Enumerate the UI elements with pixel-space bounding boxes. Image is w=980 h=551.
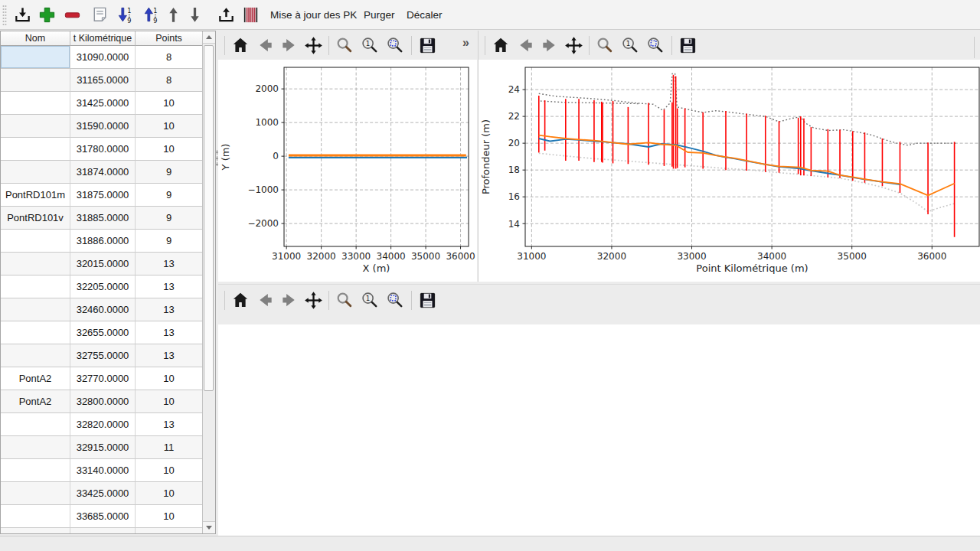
table-cell-points[interactable]: 10 (136, 138, 203, 161)
table-cell-nom[interactable]: PontA2 (1, 390, 70, 413)
table-cell-nom[interactable] (1, 482, 70, 505)
toolbar-drag-handle[interactable] (2, 5, 7, 25)
table-cell-pk[interactable]: 31886.0000 (70, 230, 136, 253)
table-cell-points[interactable]: 10 (136, 92, 203, 115)
table-cell-pk[interactable]: 32915.0000 (70, 436, 136, 459)
table-cell-pk[interactable]: 32015.0000 (70, 253, 136, 276)
table-cell-points[interactable]: 10 (136, 367, 203, 390)
zoom-fit-button[interactable] (644, 34, 667, 57)
zoom-button[interactable] (593, 34, 616, 57)
save-button[interactable] (416, 289, 439, 311)
table-cell-pk[interactable]: 33685.0000 (70, 505, 136, 528)
table-cell-pk[interactable]: 31425.0000 (70, 92, 136, 115)
table-cell-nom[interactable] (1, 46, 70, 69)
table-cell-nom[interactable] (1, 505, 70, 528)
zoom-one-button[interactable] (358, 289, 381, 311)
table-cell-pk[interactable]: 32460.0000 (70, 298, 136, 321)
table-cell-pk[interactable]: 32655.0000 (70, 321, 136, 344)
plan-plot-canvas[interactable]: 310003200033000340003500036000−2000−1000… (218, 60, 477, 282)
import-button[interactable] (10, 3, 34, 27)
table-cell-points[interactable]: 13 (136, 298, 203, 321)
table-cell-nom[interactable]: PontRD101m (1, 184, 70, 207)
table-cell-points[interactable]: 9 (136, 161, 203, 184)
zoom-one-button[interactable] (619, 34, 642, 57)
back-button[interactable] (253, 289, 276, 311)
notes-button[interactable] (87, 3, 112, 27)
table-cell-nom[interactable] (1, 436, 70, 459)
table-cell-nom[interactable] (1, 115, 70, 138)
table-cell-pk[interactable]: 32770.0000 (70, 367, 136, 390)
table-cell-pk[interactable]: 32755.0000 (70, 344, 136, 367)
pan-button[interactable] (302, 289, 325, 311)
forward-button[interactable] (537, 34, 560, 57)
forward-button[interactable] (277, 289, 300, 311)
table-cell-pk[interactable]: 32820.0000 (70, 413, 136, 436)
table-cell-nom[interactable]: PontA2 (1, 367, 70, 390)
home-button[interactable] (229, 289, 252, 311)
profile-plot-canvas[interactable]: 3100032000330003400035000360001416182022… (479, 60, 980, 282)
table-cell-points[interactable]: 9 (136, 184, 203, 207)
save-button[interactable] (676, 34, 699, 57)
table-cell-pk[interactable]: 33140.0000 (70, 459, 136, 482)
toolbar-overflow-chevron[interactable]: » (462, 36, 469, 50)
purge-button[interactable]: Purger (358, 0, 400, 29)
back-button[interactable] (253, 34, 276, 57)
sort-ascending-button[interactable]: 1 9 (139, 3, 163, 27)
table-cell-pk[interactable]: 31090.0000 (70, 46, 136, 69)
scrollbar-thumb[interactable] (204, 45, 214, 391)
table-cell-nom[interactable] (1, 138, 70, 161)
table-cell[interactable] (1, 528, 70, 533)
table-cell-nom[interactable] (1, 161, 70, 184)
table-cell-points[interactable]: 9 (136, 230, 203, 253)
back-button[interactable] (514, 34, 537, 57)
table-cell-pk[interactable]: 32800.0000 (70, 390, 136, 413)
table-cell-pk[interactable]: 31885.0000 (70, 207, 136, 230)
table-cell-nom[interactable] (1, 253, 70, 276)
pan-button[interactable] (562, 34, 585, 57)
table-cell-points[interactable]: 13 (136, 344, 203, 367)
table-cell-pk[interactable]: 31780.0000 (70, 138, 136, 161)
zoom-button[interactable] (333, 289, 356, 311)
move-down-button[interactable] (182, 3, 207, 27)
table-cell-points[interactable]: 10 (136, 505, 203, 528)
pan-button[interactable] (302, 34, 325, 57)
table-cell-points[interactable]: 9 (136, 207, 203, 230)
forward-button[interactable] (277, 34, 300, 57)
zoom-button[interactable] (333, 34, 356, 57)
table-cell-points[interactable]: 13 (136, 253, 203, 276)
zoom-fit-button[interactable] (384, 289, 407, 311)
home-button[interactable] (229, 34, 252, 57)
table-cell-nom[interactable] (1, 276, 70, 298)
table-cell-nom[interactable] (1, 344, 70, 367)
save-button[interactable] (416, 34, 439, 57)
sort-descending-button[interactable]: 1 9 (113, 3, 137, 27)
table-cell-pk[interactable]: 32205.0000 (70, 276, 136, 298)
column-header-points[interactable]: Points (136, 31, 203, 46)
table-scrollbar[interactable] (202, 31, 215, 533)
table-cell-points[interactable]: 8 (136, 69, 203, 92)
table-cell-pk[interactable]: 31875.0000 (70, 184, 136, 207)
update-pk-button[interactable]: Mise à jour des PK (265, 0, 362, 29)
table-cell-points[interactable]: 13 (136, 321, 203, 344)
table-cell-points[interactable]: 10 (136, 115, 203, 138)
table-cell-points[interactable]: 10 (136, 390, 203, 413)
table-cell-nom[interactable] (1, 413, 70, 436)
scroll-down-button[interactable] (203, 521, 215, 533)
table-cell-pk[interactable]: 31165.0000 (70, 69, 136, 92)
horizontal-pane-divider[interactable] (218, 284, 980, 285)
table-cell-nom[interactable] (1, 459, 70, 482)
table-cell-points[interactable]: 8 (136, 46, 203, 69)
profiles-button[interactable] (238, 3, 263, 27)
remove-row-button[interactable] (60, 3, 84, 27)
table-cell-points[interactable]: 13 (136, 413, 203, 436)
scroll-up-button[interactable] (203, 31, 215, 44)
table-cell[interactable] (70, 528, 136, 533)
zoom-fit-button[interactable] (384, 34, 407, 57)
shift-button[interactable]: Décaler (401, 0, 448, 29)
table-cell-points[interactable]: 10 (136, 482, 203, 505)
table-cell-pk[interactable]: 31590.0000 (70, 115, 136, 138)
zoom-one-button[interactable] (358, 34, 381, 57)
table-cell-nom[interactable] (1, 69, 70, 92)
table-cell-nom[interactable] (1, 230, 70, 253)
table-cell-pk[interactable]: 31874.0000 (70, 161, 136, 184)
